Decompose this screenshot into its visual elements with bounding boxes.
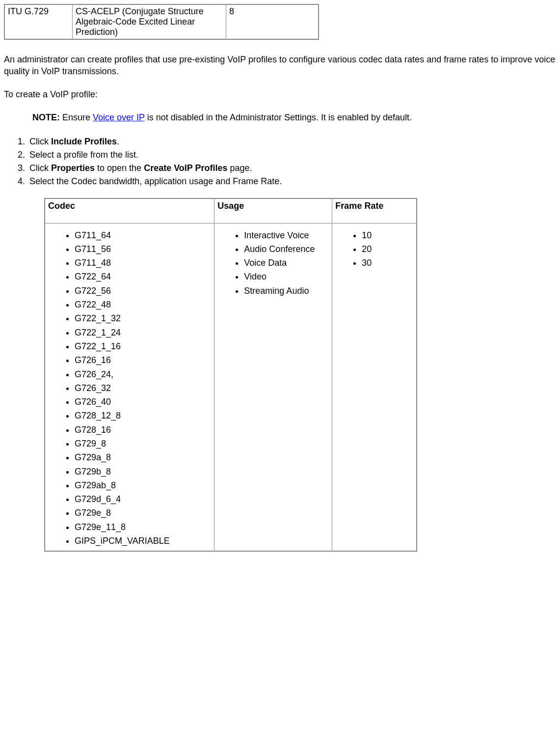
list-item: G722_64 bbox=[75, 271, 211, 282]
frame-rate-header: Frame Rate bbox=[332, 198, 417, 223]
list-item: Audio Conference bbox=[244, 243, 329, 255]
list-item: G729a_8 bbox=[75, 451, 211, 463]
note-block: NOTE: Ensure Voice over IP is not disabl… bbox=[32, 111, 415, 125]
note-text-before: Ensure bbox=[60, 112, 93, 122]
list-item: G711_48 bbox=[75, 257, 211, 269]
create-profile-heading: To create a VoIP profile: bbox=[4, 88, 556, 100]
list-item: GIPS_iPCM_VARIABLE bbox=[75, 535, 211, 547]
list-item: G722_1_16 bbox=[75, 340, 211, 352]
codec-options-table: Codec Usage Frame Rate G711_64G711_56G71… bbox=[44, 198, 417, 552]
include-profiles-label: Include Profiles bbox=[51, 137, 117, 146]
create-voip-profiles-label: Create VoIP Profiles bbox=[144, 163, 227, 173]
frame-rate-cell: 102030 bbox=[332, 223, 417, 551]
list-item: G728_12_8 bbox=[75, 410, 211, 421]
list-item: G729_8 bbox=[75, 438, 211, 449]
step-4: Select the Codec bandwidth, application … bbox=[27, 175, 556, 188]
codec-header: Codec bbox=[45, 198, 214, 223]
note-text-after: is not disabled in the Administrator Set… bbox=[145, 112, 412, 122]
step-3: Click Properties to open the Create VoIP… bbox=[27, 162, 556, 174]
step-1: Click Include Profiles. bbox=[27, 136, 556, 148]
voice-over-ip-link[interactable]: Voice over IP bbox=[93, 112, 145, 122]
list-item: G726_24, bbox=[75, 368, 211, 380]
list-item: G729b_8 bbox=[75, 466, 211, 477]
properties-label: Properties bbox=[51, 163, 95, 173]
list-item: Video bbox=[244, 271, 329, 282]
usage-header: Usage bbox=[214, 198, 332, 223]
list-item: G729e_11_8 bbox=[75, 521, 211, 533]
codec-list: G711_64G711_56G711_48G722_64G722_56G722_… bbox=[48, 229, 211, 547]
list-item: G711_56 bbox=[75, 243, 211, 255]
list-item: G729e_8 bbox=[75, 507, 211, 519]
spec-rate-cell: 8 bbox=[226, 4, 319, 39]
list-item: G726_16 bbox=[75, 354, 211, 366]
list-item: G722_56 bbox=[75, 285, 211, 297]
list-item: Voice Data bbox=[244, 257, 329, 269]
usage-cell: Interactive VoiceAudio ConferenceVoice D… bbox=[214, 223, 332, 551]
list-item: 20 bbox=[362, 243, 413, 255]
codec-cell: G711_64G711_56G711_48G722_64G722_56G722_… bbox=[45, 223, 214, 551]
list-item: G722_48 bbox=[75, 299, 211, 310]
spec-desc-cell: CS-ACELP (Conjugate Structure Algebraic-… bbox=[73, 4, 226, 39]
list-item: G726_32 bbox=[75, 382, 211, 394]
list-item: Interactive Voice bbox=[244, 229, 329, 241]
list-item: G711_64 bbox=[75, 229, 211, 241]
list-item: G722_1_32 bbox=[75, 312, 211, 324]
usage-list: Interactive VoiceAudio ConferenceVoice D… bbox=[217, 229, 329, 297]
list-item: G728_16 bbox=[75, 424, 211, 436]
list-item: G729d_6_4 bbox=[75, 493, 211, 505]
list-item: 30 bbox=[362, 257, 413, 269]
step-2: Select a profile from the list. bbox=[27, 149, 556, 161]
spec-name-cell: ITU G.729 bbox=[4, 4, 73, 39]
steps-list: Click Include Profiles. Select a profile… bbox=[4, 136, 556, 188]
frame-rate-list: 102030 bbox=[335, 229, 413, 269]
list-item: Streaming Audio bbox=[244, 285, 329, 297]
list-item: G722_1_24 bbox=[75, 327, 211, 338]
list-item: G729ab_8 bbox=[75, 479, 211, 491]
note-label: NOTE: bbox=[32, 112, 60, 122]
list-item: G726_40 bbox=[75, 396, 211, 408]
intro-text: An administrator can create profiles tha… bbox=[4, 54, 556, 78]
codec-spec-table: ITU G.729 CS-ACELP (Conjugate Structure … bbox=[4, 4, 319, 40]
list-item: 10 bbox=[362, 229, 413, 241]
